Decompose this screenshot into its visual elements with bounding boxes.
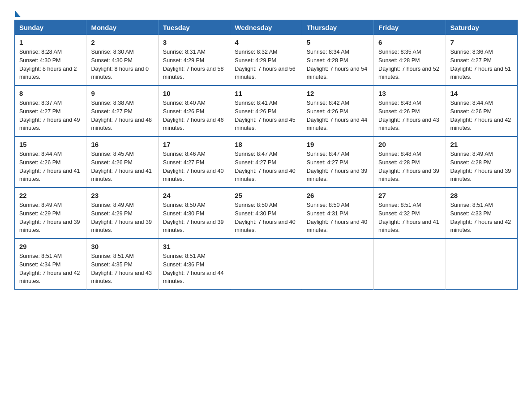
day-number: 21 (450, 141, 513, 148)
calendar-cell: 22 Sunrise: 8:49 AMSunset: 4:29 PMDaylig… (15, 188, 86, 239)
calendar-cell: 25 Sunrise: 8:50 AMSunset: 4:30 PMDaylig… (230, 188, 302, 239)
day-number: 15 (19, 141, 82, 148)
logo-triangle-icon (15, 11, 21, 17)
calendar-cell: 20 Sunrise: 8:48 AMSunset: 4:28 PMDaylig… (374, 137, 446, 188)
calendar-table: Sunday Monday Tuesday Wednesday Thursday… (14, 20, 518, 290)
col-saturday: Saturday (446, 20, 517, 35)
day-number: 4 (235, 39, 297, 46)
day-info: Sunrise: 8:46 AMSunset: 4:27 PMDaylight:… (163, 151, 224, 182)
day-info: Sunrise: 8:49 AMSunset: 4:29 PMDaylight:… (19, 202, 80, 233)
day-info: Sunrise: 8:37 AMSunset: 4:27 PMDaylight:… (19, 100, 80, 131)
calendar-week-row: 15 Sunrise: 8:44 AMSunset: 4:26 PMDaylig… (15, 137, 518, 188)
calendar-cell: 12 Sunrise: 8:42 AMSunset: 4:26 PMDaylig… (302, 86, 373, 137)
day-info: Sunrise: 8:51 AMSunset: 4:32 PMDaylight:… (378, 202, 439, 233)
day-number: 16 (91, 141, 153, 148)
day-number: 11 (235, 90, 297, 97)
calendar-cell: 18 Sunrise: 8:47 AMSunset: 4:27 PMDaylig… (230, 137, 302, 188)
col-wednesday: Wednesday (230, 20, 302, 35)
calendar-cell: 11 Sunrise: 8:41 AMSunset: 4:26 PMDaylig… (230, 86, 302, 137)
calendar-cell: 24 Sunrise: 8:50 AMSunset: 4:30 PMDaylig… (158, 188, 230, 239)
day-info: Sunrise: 8:49 AMSunset: 4:29 PMDaylight:… (91, 202, 152, 233)
day-info: Sunrise: 8:50 AMSunset: 4:30 PMDaylight:… (235, 202, 296, 233)
day-number: 18 (235, 141, 297, 148)
day-info: Sunrise: 8:36 AMSunset: 4:27 PMDaylight:… (450, 49, 511, 80)
calendar-cell: 15 Sunrise: 8:44 AMSunset: 4:26 PMDaylig… (15, 137, 86, 188)
day-info: Sunrise: 8:38 AMSunset: 4:27 PMDaylight:… (91, 100, 152, 131)
day-number: 6 (378, 39, 441, 46)
day-info: Sunrise: 8:50 AMSunset: 4:31 PMDaylight:… (307, 202, 368, 233)
day-number: 1 (19, 39, 82, 46)
logo (14, 11, 21, 17)
day-number: 2 (91, 39, 153, 46)
col-tuesday: Tuesday (158, 20, 230, 35)
day-info: Sunrise: 8:45 AMSunset: 4:26 PMDaylight:… (91, 151, 152, 182)
day-number: 17 (163, 141, 225, 148)
calendar-cell: 2 Sunrise: 8:30 AMSunset: 4:30 PMDayligh… (86, 35, 158, 86)
calendar-week-row: 29 Sunrise: 8:51 AMSunset: 4:34 PMDaylig… (15, 239, 518, 290)
calendar-cell: 28 Sunrise: 8:51 AMSunset: 4:33 PMDaylig… (446, 188, 517, 239)
calendar-week-row: 8 Sunrise: 8:37 AMSunset: 4:27 PMDayligh… (15, 86, 518, 137)
day-number: 30 (91, 243, 153, 250)
day-info: Sunrise: 8:51 AMSunset: 4:33 PMDaylight:… (450, 202, 511, 233)
calendar-cell: 4 Sunrise: 8:32 AMSunset: 4:29 PMDayligh… (230, 35, 302, 86)
col-sunday: Sunday (15, 20, 86, 35)
calendar-cell (230, 239, 302, 290)
calendar-cell: 7 Sunrise: 8:36 AMSunset: 4:27 PMDayligh… (446, 35, 517, 86)
day-number: 20 (378, 141, 441, 148)
day-info: Sunrise: 8:32 AMSunset: 4:29 PMDaylight:… (235, 49, 296, 80)
calendar-cell: 31 Sunrise: 8:51 AMSunset: 4:36 PMDaylig… (158, 239, 230, 290)
day-info: Sunrise: 8:51 AMSunset: 4:36 PMDaylight:… (163, 253, 224, 284)
col-thursday: Thursday (302, 20, 373, 35)
calendar-cell: 13 Sunrise: 8:43 AMSunset: 4:26 PMDaylig… (374, 86, 446, 137)
day-number: 3 (163, 39, 225, 46)
day-number: 25 (235, 192, 297, 199)
day-info: Sunrise: 8:48 AMSunset: 4:28 PMDaylight:… (378, 151, 439, 182)
day-info: Sunrise: 8:34 AMSunset: 4:28 PMDaylight:… (307, 49, 368, 80)
day-info: Sunrise: 8:51 AMSunset: 4:34 PMDaylight:… (19, 253, 80, 284)
calendar-header-row: Sunday Monday Tuesday Wednesday Thursday… (15, 20, 518, 35)
day-number: 8 (19, 90, 82, 97)
day-number: 7 (450, 39, 513, 46)
calendar-week-row: 22 Sunrise: 8:49 AMSunset: 4:29 PMDaylig… (15, 188, 518, 239)
day-info: Sunrise: 8:44 AMSunset: 4:26 PMDaylight:… (450, 100, 511, 131)
day-number: 23 (91, 192, 153, 199)
calendar-cell: 8 Sunrise: 8:37 AMSunset: 4:27 PMDayligh… (15, 86, 86, 137)
col-friday: Friday (374, 20, 446, 35)
calendar-cell: 17 Sunrise: 8:46 AMSunset: 4:27 PMDaylig… (158, 137, 230, 188)
day-info: Sunrise: 8:49 AMSunset: 4:28 PMDaylight:… (450, 151, 511, 182)
day-info: Sunrise: 8:41 AMSunset: 4:26 PMDaylight:… (235, 100, 296, 131)
day-number: 13 (378, 90, 441, 97)
day-info: Sunrise: 8:42 AMSunset: 4:26 PMDaylight:… (307, 100, 368, 131)
calendar-cell (374, 239, 446, 290)
day-info: Sunrise: 8:47 AMSunset: 4:27 PMDaylight:… (307, 151, 368, 182)
calendar-cell: 16 Sunrise: 8:45 AMSunset: 4:26 PMDaylig… (86, 137, 158, 188)
day-info: Sunrise: 8:40 AMSunset: 4:26 PMDaylight:… (163, 100, 224, 131)
day-number: 5 (307, 39, 369, 46)
day-number: 22 (19, 192, 82, 199)
day-info: Sunrise: 8:35 AMSunset: 4:28 PMDaylight:… (378, 49, 439, 80)
day-info: Sunrise: 8:28 AMSunset: 4:30 PMDaylight:… (19, 49, 77, 80)
calendar-cell: 27 Sunrise: 8:51 AMSunset: 4:32 PMDaylig… (374, 188, 446, 239)
day-number: 10 (163, 90, 225, 97)
day-number: 14 (450, 90, 513, 97)
day-info: Sunrise: 8:44 AMSunset: 4:26 PMDaylight:… (19, 151, 80, 182)
col-monday: Monday (86, 20, 158, 35)
calendar-cell (302, 239, 373, 290)
day-number: 26 (307, 192, 369, 199)
calendar-cell: 5 Sunrise: 8:34 AMSunset: 4:28 PMDayligh… (302, 35, 373, 86)
calendar-cell: 6 Sunrise: 8:35 AMSunset: 4:28 PMDayligh… (374, 35, 446, 86)
calendar-cell: 14 Sunrise: 8:44 AMSunset: 4:26 PMDaylig… (446, 86, 517, 137)
calendar-cell: 21 Sunrise: 8:49 AMSunset: 4:28 PMDaylig… (446, 137, 517, 188)
calendar-cell: 29 Sunrise: 8:51 AMSunset: 4:34 PMDaylig… (15, 239, 86, 290)
day-info: Sunrise: 8:30 AMSunset: 4:30 PMDaylight:… (91, 49, 149, 80)
day-number: 24 (163, 192, 225, 199)
day-info: Sunrise: 8:43 AMSunset: 4:26 PMDaylight:… (378, 100, 439, 131)
day-info: Sunrise: 8:51 AMSunset: 4:35 PMDaylight:… (91, 253, 152, 284)
day-info: Sunrise: 8:47 AMSunset: 4:27 PMDaylight:… (235, 151, 296, 182)
page-header (14, 11, 518, 18)
calendar-cell: 19 Sunrise: 8:47 AMSunset: 4:27 PMDaylig… (302, 137, 373, 188)
day-info: Sunrise: 8:31 AMSunset: 4:29 PMDaylight:… (163, 49, 224, 80)
calendar-cell (446, 239, 517, 290)
day-number: 9 (91, 90, 153, 97)
day-number: 31 (163, 243, 225, 250)
